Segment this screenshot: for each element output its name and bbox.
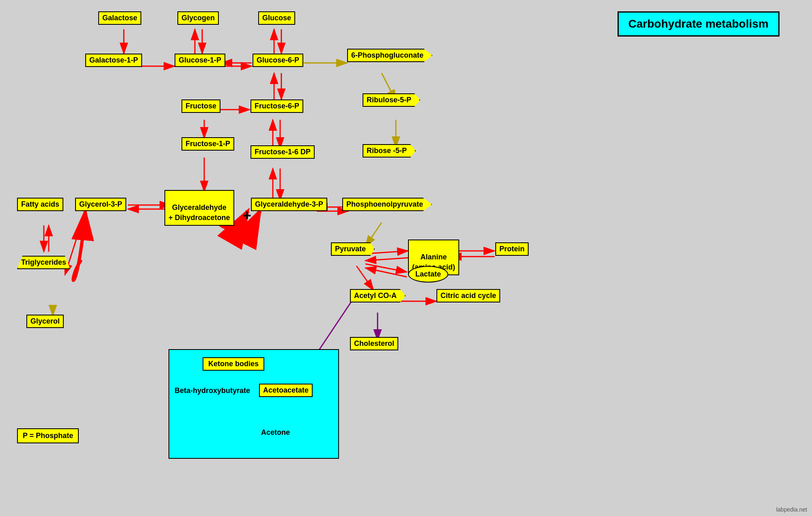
node-fructose: Fructose xyxy=(181,99,220,113)
node-acetone: Acetone xyxy=(261,428,290,437)
plus-sign: + xyxy=(243,207,251,224)
node-glucose: Glucose xyxy=(258,11,295,25)
node-phosphoenolpyruvate: Phosphoenolpyruvate xyxy=(342,198,432,211)
node-glyceraldehyde3p: Glyceraldehyde-3-P xyxy=(251,198,327,211)
node-protein: Protein xyxy=(495,242,529,256)
svg-line-40 xyxy=(365,268,407,277)
node-glucose6p: Glucose-6-P xyxy=(253,54,303,67)
node-beta-hydroxy: Beta-hydroxybutyrate xyxy=(175,386,250,395)
title-text: Carbohydrate metabolism xyxy=(628,17,769,30)
node-triglycerides: Triglycerides xyxy=(17,256,70,269)
node-fructose16dp: Fructose-1-6 DP xyxy=(251,145,315,159)
node-cholesterol: Cholesterol xyxy=(350,337,398,350)
node-lactate: Lactate xyxy=(408,266,448,283)
node-glucose1p: Glucose-1-P xyxy=(175,54,225,67)
node-pyruvate: Pyruvate xyxy=(331,242,375,256)
node-glycerol3p: Glycerol-3-P xyxy=(75,198,126,211)
svg-line-36 xyxy=(365,258,408,261)
node-acetyl-coa: Acetyl CO-A xyxy=(350,289,406,302)
node-glyceraldehyde-dihydro: Glyceraldehyde+ Dihydroacetone xyxy=(164,190,234,226)
node-fructose6p: Fructose-6-P xyxy=(251,99,303,113)
title-box: Carbohydrate metabolism xyxy=(618,11,780,37)
ketone-bodies-label: Ketone bodies xyxy=(203,357,264,371)
watermark: labpedia.net xyxy=(776,506,807,513)
node-ribulose5p: Ribulose-5-P xyxy=(363,93,420,107)
node-fatty-acids: Fatty acids xyxy=(17,198,63,211)
node-glycogen: Glycogen xyxy=(177,11,219,25)
svg-line-39 xyxy=(365,264,407,272)
node-ribose5p: Ribose -5-P xyxy=(363,144,416,158)
node-galactose: Galactose xyxy=(98,11,141,25)
node-phosphogluconate: 6-Phosphogluconate xyxy=(347,49,432,62)
node-glycerol: Glycerol xyxy=(26,315,64,328)
node-fructose1p: Fructose-1-P xyxy=(181,137,234,151)
node-citric-acid: Citric acid cycle xyxy=(436,289,500,302)
node-galactose1p: Galactose-1-P xyxy=(85,54,142,67)
svg-line-41 xyxy=(356,266,374,290)
legend-phosphate: P = Phosphate xyxy=(17,428,79,443)
node-acetoacetate: Acetoacetate xyxy=(259,384,313,397)
